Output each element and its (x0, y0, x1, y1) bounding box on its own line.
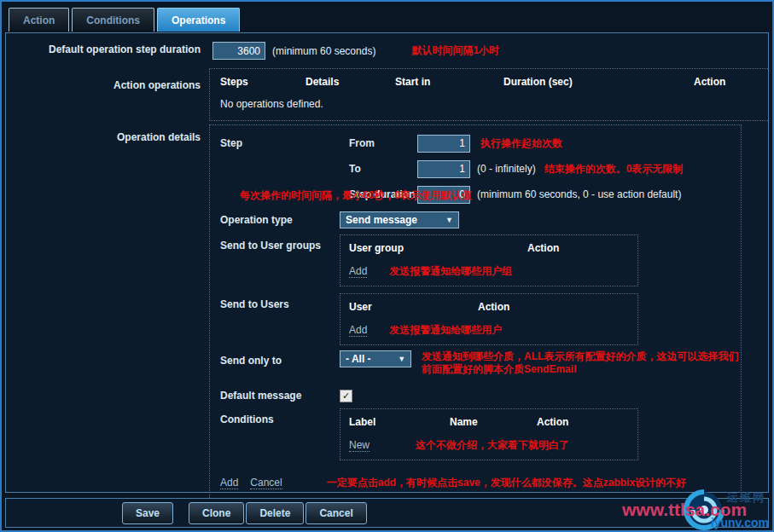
action-operations-row: Action operations Steps Details Start in… (6, 69, 768, 121)
send-to-users-row: Send to Users User Action Add 发送报警通知给哪些用… (220, 292, 741, 350)
conditions-label: Conditions (220, 407, 340, 425)
col-user-group: User group (349, 242, 527, 254)
cancel-button[interactable]: Cancel (306, 502, 366, 524)
col-user-group-action: Action (527, 242, 559, 254)
operation-details-box: Step From 执行操作起始次数 To (0 - infinitely) 结… (209, 124, 742, 500)
col-details: Details (306, 76, 395, 88)
zabbix-action-config-window: Action Conditions Operations Default ope… (0, 0, 774, 532)
from-note: 执行操作起始次数 (480, 136, 562, 151)
col-user-action: Action (478, 301, 509, 313)
users-note: 发送报警通知给哪些用户 (389, 323, 502, 338)
step-label: Step (220, 137, 340, 149)
details-footer-links: Add Cancel 一定要点击add，有时候点击save，发现什么都没保存。这… (220, 476, 741, 490)
step-from-input[interactable] (417, 135, 470, 153)
col-name: Name (450, 416, 537, 428)
default-step-duration-input[interactable] (212, 42, 265, 60)
save-button[interactable]: Save (122, 502, 173, 524)
col-label: Label (349, 416, 450, 428)
send-to-user-groups-label: Send to User groups (220, 233, 340, 252)
clone-button[interactable]: Clone (189, 502, 244, 524)
user-groups-note: 发送报警通知给哪些用户组 (389, 264, 512, 279)
conditions-note: 这个不做介绍，大家看下就明白了 (416, 438, 569, 453)
conditions-new-link[interactable]: New (349, 439, 370, 452)
send-only-to-label: Send only to (220, 350, 340, 367)
col-user: User (349, 301, 478, 313)
step-from-row: Step From 执行操作起始次数 (220, 130, 741, 156)
from-label: From (349, 137, 417, 149)
operation-type-label: Operation type (220, 214, 340, 226)
send-only-to-row: Send only to - All - ▼ 发送通知到哪些介质，ALL表示所有… (220, 350, 741, 385)
action-operations-label: Action operations (6, 69, 209, 121)
delete-button[interactable]: Delete (246, 502, 304, 524)
operation-details-label: Operation details (6, 121, 209, 500)
no-operations-text: No operations defined. (220, 98, 768, 110)
to-label: To (349, 163, 417, 175)
col-duration: Duration (sec) (503, 76, 694, 88)
default-step-duration-note: 默认时间间隔1小时 (411, 43, 499, 58)
default-message-row: Default message ✓ (220, 385, 741, 407)
step-duration-label: Step duration (349, 188, 417, 200)
col-action: Action (694, 76, 768, 88)
operation-type-row: Operation type Send message ▼ (220, 207, 741, 233)
send-to-user-groups-row: Send to User groups User group Action Ad… (220, 233, 741, 292)
details-footer-note: 一定要点击add，有时候点击save，发现什么都没保存。这点zabbix设计的不… (327, 476, 686, 490)
default-step-duration-label: Default operation step duration (6, 33, 209, 69)
send-only-to-value: - All - (346, 353, 371, 365)
tab-bar: Action Conditions Operations (9, 8, 240, 32)
default-message-label: Default message (220, 390, 340, 402)
tab-action[interactable]: Action (9, 8, 69, 32)
tab-conditions[interactable]: Conditions (72, 8, 154, 32)
conditions-row: Conditions Label Name Action New 这个不做介绍，… (220, 407, 741, 466)
users-add-link[interactable]: Add (349, 324, 367, 337)
default-step-duration-row: Default operation step duration (minimum… (6, 33, 768, 69)
col-start-in: Start in (395, 76, 503, 88)
col-condition-action: Action (537, 416, 568, 428)
step-duration-input[interactable] (417, 186, 470, 204)
to-note: 结束操作的次数。0表示无限制 (544, 162, 684, 176)
user-groups-table: User group Action Add 发送报警通知给哪些用户组 (340, 234, 638, 286)
details-cancel-link[interactable]: Cancel (250, 477, 282, 489)
step-to-row: To (0 - infinitely) 结束操作的次数。0表示无限制 (220, 156, 741, 182)
default-message-checkbox[interactable]: ✓ (340, 390, 352, 402)
chevron-down-icon: ▼ (398, 355, 405, 363)
to-hint: (0 - infinitely) (477, 163, 536, 175)
chevron-down-icon: ▼ (445, 216, 453, 224)
users-table: User Action Add 发送报警通知给哪些用户 (340, 293, 638, 345)
footer-button-bar: Save Clone Delete Cancel (5, 498, 769, 528)
details-add-link[interactable]: Add (220, 477, 238, 489)
operations-form-panel: Default operation step duration (minimum… (5, 32, 769, 493)
send-only-to-select[interactable]: - All - ▼ (340, 350, 411, 367)
send-only-to-note: 发送通知到哪些介质，ALL表示所有配置好的介质，这边可以选择我们前面配置好的脚本… (422, 350, 741, 376)
conditions-table: Label Name Action New 这个不做介绍，大家看下就明白了 (340, 408, 638, 460)
default-step-duration-hint: (minimum 60 seconds) (272, 45, 375, 57)
action-operations-header: Steps Details Start in Duration (sec) Ac… (220, 76, 768, 88)
step-to-input[interactable] (417, 160, 470, 178)
step-duration-row: 每次操作的时间间隔，最小60秒，0表示使用默认值 Step duration (… (220, 182, 741, 207)
send-to-users-label: Send to Users (220, 292, 340, 310)
operation-type-select[interactable]: Send message ▼ (340, 211, 459, 228)
operation-details-row: Operation details Step From 执行操作起始次数 To (6, 121, 768, 500)
step-duration-hint: (minimum 60 seconds, 0 - use action defa… (477, 188, 681, 200)
user-groups-add-link[interactable]: Add (349, 265, 367, 278)
col-steps: Steps (220, 76, 306, 88)
tab-operations[interactable]: Operations (157, 8, 240, 32)
operation-type-value: Send message (346, 214, 417, 226)
